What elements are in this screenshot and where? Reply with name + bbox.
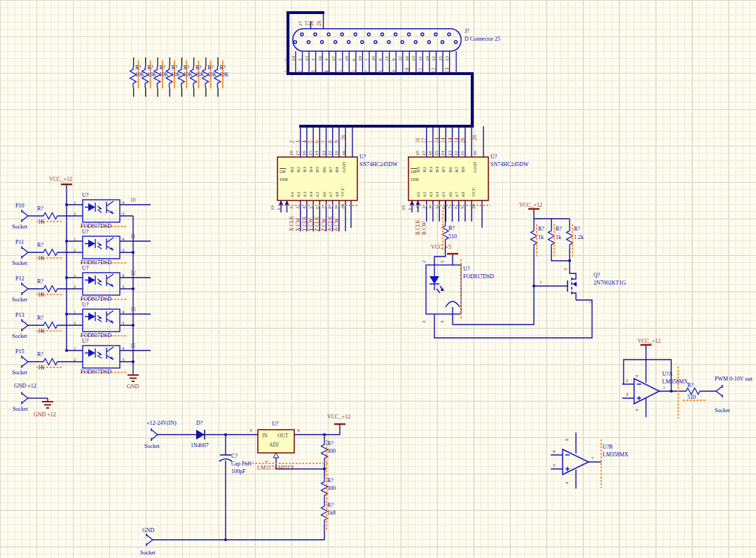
resistor-ref: R? <box>37 351 43 358</box>
buffer1-designator: U? <box>359 154 366 160</box>
buffer1-gnd-name: GND <box>341 162 348 172</box>
gnd-socket-label: Socket <box>140 550 156 556</box>
opto-pin4: 4 <box>122 236 124 242</box>
buffer2-vcc-pin: 20 <box>471 204 477 209</box>
pin26-number: 26 <box>309 21 315 26</box>
out-resistor-ref: R? <box>687 382 694 388</box>
vcc12-label-left: VCC_+12 <box>49 176 72 182</box>
opto-designator: U? <box>82 192 88 198</box>
mid-opto-pin1: 1 <box>439 261 446 264</box>
opto-pin2: 2 <box>74 356 76 362</box>
regulator-in-pin: 3 <box>249 428 252 434</box>
gnd12-socket-label: Socket <box>13 406 28 412</box>
mid-opto-designator: U? <box>463 266 469 272</box>
regulator-adj-pin: 1 <box>263 461 270 463</box>
buffer1-part: SN74HC245DW <box>359 161 398 168</box>
opto-channel[interactable]: P12 Socket R? 1K U? FOD817DSD 1 2 4 3 12 <box>0 262 168 303</box>
buffer2-part: SN74HC245DW <box>490 161 529 168</box>
regulator-section-symbols[interactable] <box>146 424 345 546</box>
buffer1-vcc-name: VCC <box>340 187 346 197</box>
resistor-value: 1K <box>38 219 45 225</box>
port-label: P11 <box>15 239 24 245</box>
mid-opto-pin4: 4 <box>439 321 446 324</box>
regulator-designator: U? <box>272 421 278 427</box>
opto-channel-list: P10 Socket R? 1K U? FOD817DSD 1 2 4 3 10 <box>0 189 168 386</box>
opto-channel[interactable]: P10 Socket R? 1K U? FOD817DSD 1 2 4 3 10 <box>0 189 168 230</box>
mosfet-part: 2N7002KT1G <box>593 280 626 286</box>
opto-pin1: 1 <box>74 272 76 278</box>
opamp-b-vminus-pin: 4 <box>564 482 570 485</box>
buffer1-oe-pin: 19 <box>270 205 276 210</box>
r2-ref: R? <box>556 226 562 232</box>
opamp-a-part: LM358MX <box>662 379 688 385</box>
buffer1-vcc-pin: 20 <box>340 204 346 209</box>
opto-channel[interactable]: P11 Socket R? 1K U? FOD817DSD 1 2 4 3 11 <box>0 226 168 266</box>
buffer2-gnd-net: 26 <box>472 135 478 141</box>
opamp-b-vplus-pin: 8 <box>564 439 570 442</box>
r1-ref: R? <box>538 226 544 232</box>
vcc12-label-opamp: VCC_+12 <box>638 338 661 344</box>
diode-ref: D? <box>196 420 202 426</box>
schematic-sheet: J? D Connector 25 1142153164175186197208… <box>0 0 756 558</box>
port-label: P12 <box>15 275 24 282</box>
vcc12-label-mid: VCC_+12 <box>519 202 542 208</box>
r3-value: 1.2k <box>574 234 584 240</box>
mosfet-gate-pin: 1 <box>539 279 542 285</box>
opamp-a-nin-pin: 3 <box>626 392 628 398</box>
opto-pin2: 2 <box>74 210 76 217</box>
db25-connector-symbol[interactable] <box>293 29 461 51</box>
regulator-in-name: IN <box>262 433 268 439</box>
opto-pin1: 1 <box>74 308 76 315</box>
regulator-adj-name: ADJ <box>269 442 279 448</box>
opto-pin1: 1 <box>74 199 76 205</box>
opto-pin3: 3 <box>122 356 124 362</box>
opto-pin4: 4 <box>122 308 124 315</box>
pin26-net: 26 <box>316 21 322 27</box>
buffer1-dir-name: DIR <box>280 177 288 183</box>
opto-pin2: 2 <box>74 320 76 326</box>
opto-designator: U? <box>82 301 88 308</box>
buffer2-dir-pin: 1 <box>407 208 413 211</box>
opamp-b-nin-pin: 5 <box>553 463 556 469</box>
resistor-ref: R? <box>37 242 43 248</box>
opamp-a-inv-pin: 2 <box>626 378 628 384</box>
buffer2-gnd-pin: 10 <box>472 151 479 156</box>
opto-pin1: 1 <box>74 345 76 351</box>
resistor-value: 1K <box>38 328 45 334</box>
mosfet-source-pin: 2 <box>588 301 594 304</box>
opto-out-net: 12 <box>130 270 136 276</box>
opto-pin2: 2 <box>74 283 76 290</box>
opamp-a-out-pin: 1 <box>663 385 666 391</box>
resistor-value: 1K <box>38 292 45 298</box>
cap-ref: C? <box>231 453 238 459</box>
opto-pin3: 3 <box>122 283 124 290</box>
opamp-b-part: LM358MX <box>603 451 628 458</box>
opto-out-net: 11 <box>130 233 135 240</box>
resistor-ref: R? <box>37 278 43 285</box>
opto-pin3: 3 <box>122 210 124 217</box>
port-label: P13 <box>15 312 24 318</box>
divider-r3-ref: R? <box>327 502 334 508</box>
input-socket-label: Socket <box>144 443 160 449</box>
divider-r1-value: 300 <box>327 448 336 454</box>
opamp-a-vplus-pin: 8 <box>634 375 640 378</box>
input-socket-name: +12-24V(IN) <box>146 420 177 426</box>
divider-r3-value: 1k8 <box>327 510 336 516</box>
opamp-a-designator: U?A <box>662 371 673 377</box>
buffer1-gnd-pin: 10 <box>341 151 348 156</box>
pin27-number: 27 <box>298 21 304 26</box>
resistor-value: 1K <box>38 255 45 261</box>
opto-channel[interactable]: P15 Socket R? 1K U? FOD817DSD 1 2 4 3 15 <box>0 335 168 376</box>
r2-value: 1k <box>556 234 561 240</box>
opto-channel[interactable]: P13 Socket R? 1K U? FOD817DSD 1 2 4 3 13 <box>0 299 168 339</box>
vcc12-label-reg: VCC_+12 <box>327 414 350 420</box>
opto-designator: U? <box>82 338 88 344</box>
connector-comment: D Connector 25 <box>465 36 500 42</box>
r3-ref: R? <box>574 226 580 232</box>
gnd-label: GND <box>127 383 139 390</box>
mid-opto-part: FOD817DSD <box>463 273 494 280</box>
port-label: P10 <box>15 203 24 209</box>
gnd12-socket-name: GND +12 <box>14 383 36 389</box>
opto-out-net: 13 <box>130 306 136 313</box>
out-resistor-value: 510 <box>687 394 696 400</box>
